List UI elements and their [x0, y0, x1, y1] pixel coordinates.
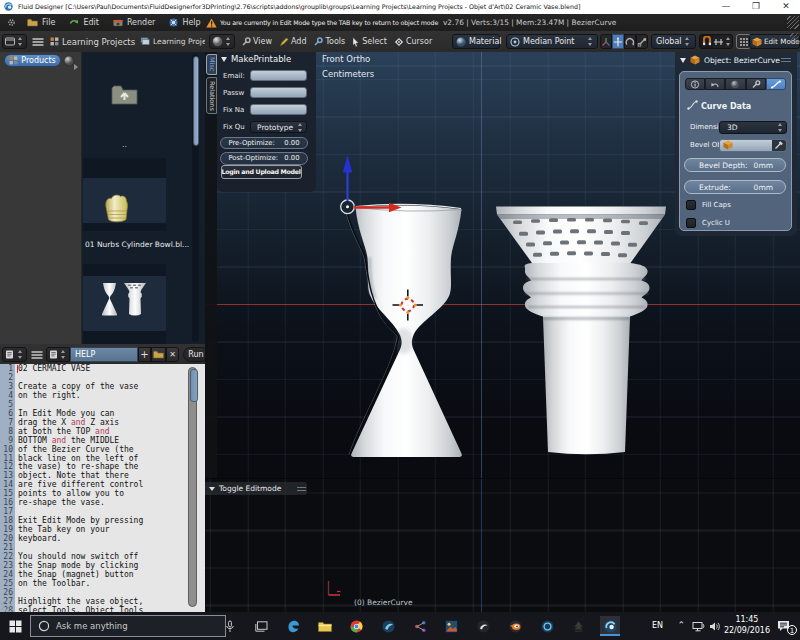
taskbar-app-ball-icon[interactable]: [537, 616, 557, 636]
asset-thumbnail-1[interactable]: 01 Nurbs Cylinder Bowl.bl...: [83, 158, 166, 231]
shelf-tab-misc[interactable]: Misc: [206, 54, 217, 75]
cyclic-u-checkbox[interactable]: [686, 218, 696, 228]
properties-panel: Object: BezierCurve Curve Data Dimensi 3…: [675, 52, 797, 236]
manipulator-translate-button[interactable]: [612, 34, 624, 49]
fix-name-field[interactable]: [250, 104, 307, 115]
minimize-button[interactable]: —: [715, 0, 737, 14]
properties-tab-2[interactable]: [705, 78, 725, 90]
app-icon: [4, 2, 13, 11]
parent-dir-label[interactable]: ..: [122, 140, 127, 149]
start-button[interactable]: [5, 616, 25, 636]
properties-header[interactable]: Object: BezierCurve: [680, 55, 780, 65]
tab-learning-projects-objet[interactable]: Learning Projects - Obj: [140, 31, 206, 52]
unlink-text-button[interactable]: ✕: [166, 347, 179, 362]
bottom-viewport[interactable]: Toggle Editmode (0) BezierCurve: [205, 478, 800, 612]
manipulator-rotate-button[interactable]: [624, 34, 636, 49]
snap-magnet-button[interactable]: [700, 35, 713, 48]
hamburger-menu-icon[interactable]: [32, 38, 44, 46]
edit-mode-warning: You are currently in Edit Mode type the …: [206, 14, 438, 31]
editor-resize-grip[interactable]: [1, 601, 12, 612]
snap-element-button[interactable]: [713, 35, 732, 48]
viewport-editor-type-button[interactable]: [209, 34, 235, 49]
shading-dropdown[interactable]: Material: [452, 34, 500, 49]
extrude-slider[interactable]: Extrude: 0mm: [684, 180, 786, 194]
search-placeholder: Ask me anything: [56, 621, 128, 631]
shelf-tab-relations[interactable]: Relations: [206, 77, 217, 114]
post-optimize-slider[interactable]: Post-Optimize: 0.00: [220, 152, 308, 165]
pivot-dropdown[interactable]: Median Point: [506, 34, 598, 49]
browser-editor-type-button[interactable]: [2, 34, 27, 49]
maximize-button[interactable]: ❐: [745, 0, 767, 14]
toggle-editmode-panel[interactable]: Toggle Editmode: [205, 482, 307, 495]
properties-tab-1[interactable]: [685, 78, 705, 90]
editor-menu-icon[interactable]: [31, 351, 43, 359]
taskbar-app-blue-icon[interactable]: [379, 616, 399, 636]
editor-scrollbar[interactable]: [188, 367, 197, 607]
taskbar-fluid-designer-icon[interactable]: [600, 616, 620, 636]
viewport-menu-view[interactable]: View: [241, 37, 272, 47]
eyedropper-button[interactable]: [772, 140, 786, 151]
asset-thumbnail-2[interactable]: [83, 264, 166, 344]
taskbar-microphone-icon[interactable]: [220, 616, 240, 636]
panel-drag-dots[interactable]: [781, 58, 791, 62]
taskbar-chrome-icon[interactable]: [347, 616, 367, 636]
expand-arrow-icon[interactable]: [74, 64, 78, 70]
language-indicator[interactable]: EN: [652, 621, 663, 630]
tab-learning-projects[interactable]: Learning Projects: [50, 31, 135, 52]
viewport-menu-tools[interactable]: Tools: [313, 37, 345, 47]
datablock-browse-button[interactable]: [46, 347, 70, 362]
panel-header[interactable]: MakePrintable: [221, 54, 291, 64]
bevel-object-field[interactable]: [719, 139, 787, 152]
menu-help[interactable]: Help: [169, 14, 200, 31]
dimensions-dropdown[interactable]: 3D: [719, 121, 787, 134]
manipulator-scale-button[interactable]: [636, 34, 648, 49]
area-corner-grip[interactable]: [787, 16, 799, 29]
password-field[interactable]: [250, 87, 307, 98]
3d-viewport[interactable]: Front Ortho Centimeters Misc Relations M…: [205, 52, 800, 478]
text-editor[interactable]: 102 CERMAIC VASE23Create a copy of the v…: [0, 364, 205, 612]
vase-right[interactable]: [496, 207, 666, 455]
tray-expand-chevron[interactable]: ⌃: [677, 620, 685, 630]
properties-tab-4[interactable]: [746, 78, 766, 90]
orientation-dropdown[interactable]: Global: [651, 34, 696, 49]
action-center-icon[interactable]: 1: [773, 616, 793, 636]
datablock-name-field[interactable]: HELP: [70, 347, 138, 362]
clock[interactable]: 11:45 22/09/2016: [724, 615, 770, 636]
taskbar-edge-icon[interactable]: [283, 616, 303, 636]
cortana-search-box[interactable]: Ask me anything: [30, 615, 226, 637]
viewport-menu-add[interactable]: Add: [279, 37, 307, 47]
login-upload-button[interactable]: Login and Upload Model: [221, 165, 302, 179]
products-category-button[interactable]: Products: [4, 54, 61, 67]
bevel-depth-slider[interactable]: Bevel Depth: 0mm: [684, 158, 786, 172]
window-layout-icon[interactable]: [7, 14, 16, 31]
folder-up-icon[interactable]: [111, 84, 138, 106]
new-text-button[interactable]: +: [138, 347, 151, 362]
taskbar-blender-icon[interactable]: [505, 616, 525, 636]
taskbar-share-icon[interactable]: [410, 616, 430, 636]
menu-file[interactable]: File: [27, 14, 55, 31]
close-button[interactable]: ✕: [775, 0, 797, 14]
properties-tab-3[interactable]: [725, 78, 745, 90]
manipulator-axes-button[interactable]: [600, 34, 612, 49]
editor-type-button[interactable]: [2, 347, 27, 362]
fix-quality-dropdown[interactable]: Prototype: [250, 121, 307, 133]
volume-icon[interactable]: [705, 616, 725, 636]
email-field[interactable]: [250, 70, 307, 81]
open-text-button[interactable]: [151, 347, 166, 362]
taskbar-photos-icon[interactable]: [442, 616, 462, 636]
viewport-menu-select[interactable]: Select: [352, 37, 387, 47]
menu-render[interactable]: Render: [113, 14, 155, 31]
taskbar-task-view-icon[interactable]: [252, 616, 272, 636]
translate-gizmo[interactable]: [343, 155, 402, 212]
fill-caps-checkbox[interactable]: [686, 200, 696, 210]
taskbar-file-explorer-icon[interactable]: [315, 616, 335, 636]
taskbar-app-swirl-icon[interactable]: [474, 616, 494, 636]
viewport-corner-grip[interactable]: [790, 33, 799, 43]
vase-left[interactable]: [351, 204, 462, 457]
viewport-menu-cursor[interactable]: Cursor: [394, 37, 432, 47]
properties-tab-5[interactable]: [766, 78, 786, 90]
pre-optimize-slider[interactable]: Pre-Optimize: 0.00: [220, 137, 308, 150]
browser-scrollbar[interactable]: [192, 54, 199, 342]
menu-edit[interactable]: Edit: [69, 14, 99, 31]
taskbar-inkscape-icon[interactable]: [569, 616, 589, 636]
